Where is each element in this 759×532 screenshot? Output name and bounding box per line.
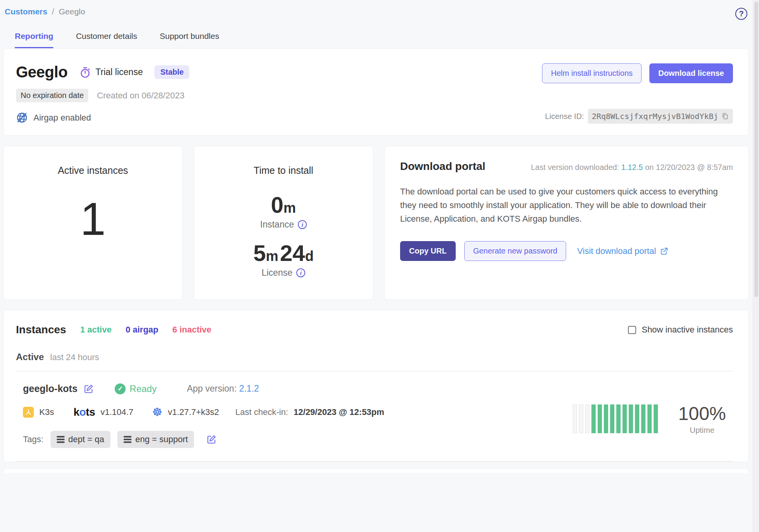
license-type-label: Trial license [96, 67, 143, 77]
uptime-bar-empty [573, 404, 577, 433]
instance-install-unit: m [283, 200, 296, 216]
license-type: Trial license [79, 66, 143, 78]
expiration-badge: No expiration date [16, 89, 88, 102]
active-count[interactable]: 1 active [80, 325, 112, 335]
k3s-icon [23, 407, 34, 418]
last-checkin-value: 12/29/2023 @ 12:53pm [294, 407, 384, 417]
kots-version: v1.104.7 [101, 407, 133, 417]
airgap-label: Airgap enabled [33, 113, 91, 123]
active-section-sublabel: last 24 hours [50, 352, 99, 362]
distribution-label: K3s [39, 407, 54, 417]
instance-row: geeglo-kots ✓ Ready App version: 2.1.2 [16, 371, 733, 461]
license-install-unit2: d [305, 248, 314, 264]
uptime-bar-up [647, 404, 652, 433]
active-section-label: Active [16, 352, 44, 362]
uptime-bar-up [629, 404, 633, 433]
license-install-unit1: m [266, 248, 278, 264]
last-version-link[interactable]: 1.12.5 [621, 163, 643, 172]
tag-icon [124, 436, 131, 443]
license-install-time: 5m 24d [253, 240, 313, 266]
license-install-label: License [262, 268, 292, 278]
active-instances-count: 1 [80, 192, 106, 245]
tag-label: eng = support [135, 434, 188, 444]
uptime-bar-empty [579, 404, 583, 433]
copy-icon[interactable] [721, 112, 729, 120]
scrollbar-thumb[interactable] [754, 2, 758, 297]
uptime-label: Uptime [678, 426, 726, 435]
external-link-icon [660, 247, 668, 256]
generate-password-button[interactable]: Generate new password [464, 241, 567, 261]
breadcrumb-current: Geeglo [59, 7, 85, 16]
customer-name: Geeglo [16, 63, 68, 81]
instance-install-minutes: 0 [271, 192, 283, 217]
tag-badge: eng = support [117, 431, 194, 448]
tab-support-bundles[interactable]: Support bundles [160, 32, 219, 48]
tags-label: Tags: [23, 434, 44, 444]
visit-download-portal-label: Visit download portal [577, 246, 656, 256]
instances-card: Instances 1 active 0 airgap 6 inactive S… [3, 310, 749, 462]
customer-header-card: Geeglo Trial license Stable No expiratio… [3, 48, 749, 136]
tab-customer-details[interactable]: Customer details [76, 32, 137, 48]
copy-url-button[interactable]: Copy URL [400, 241, 456, 261]
app-version: App version: 2.1.2 [187, 383, 259, 394]
license-info-icon[interactable]: i [296, 268, 305, 277]
uptime-bar-up [604, 404, 608, 433]
kots-logo-ts: ts [86, 406, 95, 418]
visit-download-portal-link[interactable]: Visit download portal [577, 246, 668, 256]
last-version-downloaded: Last version downloaded: 1.12.5 on 12/20… [531, 163, 733, 172]
show-inactive-checkbox[interactable] [628, 326, 636, 334]
divider [16, 461, 733, 462]
tag-badge: dept = qa [51, 431, 110, 448]
customer-header-right: Helm install instructions Download licen… [542, 63, 733, 124]
last-checkin-label: Last check-in: [235, 407, 288, 417]
airgap-globe-icon [16, 112, 28, 124]
uptime-bar-chart [573, 404, 658, 433]
check-circle-icon: ✓ [115, 383, 126, 394]
helm-install-button[interactable]: Helm install instructions [542, 63, 642, 83]
time-to-install-card: Time to install 0m Instance i 5m 24d Lic… [194, 146, 373, 300]
uptime-bar-up [591, 404, 596, 433]
airgap-count[interactable]: 0 airgap [126, 325, 158, 335]
license-install-months: 5 [253, 240, 266, 266]
uptime-bar-up [610, 404, 614, 433]
instance-status: ✓ Ready [115, 383, 156, 394]
download-license-button[interactable]: Download license [649, 63, 733, 83]
instance-info-icon[interactable]: i [298, 220, 307, 229]
instance-install-time: 0m [260, 192, 307, 218]
instance-details: geeglo-kots ✓ Ready App version: 2.1.2 [23, 383, 384, 448]
download-portal-description: The download portal can be used to give … [400, 185, 733, 226]
inactive-count[interactable]: 6 inactive [172, 325, 211, 335]
tab-reporting[interactable]: Reporting [15, 32, 53, 48]
uptime-bar-up [654, 404, 658, 433]
breadcrumb-customers-link[interactable]: Customers [5, 7, 47, 16]
license-install-days: 24 [280, 240, 305, 266]
last-version-suffix: on 12/20/2023 @ 8:57am [643, 163, 733, 172]
top-bar: Customers / Geeglo ? [3, 5, 749, 20]
active-instances-title: Active instances [58, 165, 128, 176]
kots-logo-o: o [79, 406, 86, 418]
license-id-text: 2Rq8WLcsjfxqrMysjvB1WodYkBj [592, 112, 718, 121]
active-instances-card: Active instances 1 [3, 146, 183, 300]
breadcrumb-separator: / [52, 7, 54, 16]
download-portal-title: Download portal [400, 160, 485, 173]
tag-label: dept = qa [68, 434, 104, 444]
uptime-bar-empty [585, 404, 589, 433]
instances-title: Instances [16, 324, 66, 336]
time-to-install-title: Time to install [254, 165, 313, 176]
scrollbar[interactable] [753, 0, 759, 532]
app-version-link[interactable]: 2.1.2 [239, 383, 259, 394]
kubernetes-icon: ☸ [152, 406, 163, 418]
uptime-bar-up [623, 404, 627, 433]
channel-badge: Stable [154, 65, 189, 79]
tag-icon [57, 436, 65, 443]
uptime-percent: 100% [678, 403, 726, 424]
uptime-bar-up [598, 404, 602, 433]
app-version-label: App version: [187, 383, 239, 394]
kots-logo-k: k [73, 406, 79, 418]
help-icon[interactable]: ? [735, 8, 747, 20]
next-card-peek [3, 468, 749, 473]
stopwatch-icon [79, 66, 91, 78]
tab-bar: Reporting Customer details Support bundl… [3, 32, 749, 48]
edit-instance-name-icon[interactable] [84, 384, 94, 394]
edit-tags-icon[interactable] [206, 434, 217, 444]
